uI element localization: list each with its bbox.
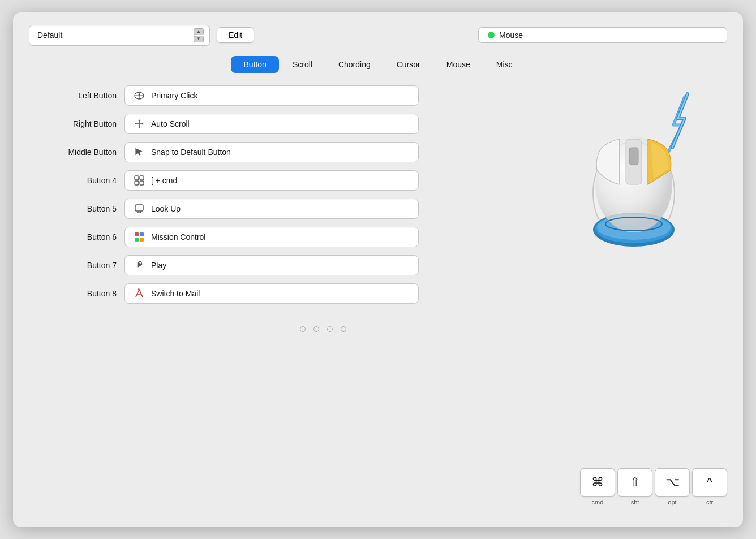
button4-label: Button 4: [29, 176, 117, 185]
table-row: Button 7 Play: [29, 255, 529, 275]
svg-rect-13: [135, 181, 139, 185]
top-bar: Default ▲ ▼ Edit Mouse: [29, 25, 727, 46]
cmd-symbol: ⌘: [591, 475, 604, 490]
svg-line-24: [140, 261, 141, 262]
tab-button[interactable]: Button: [231, 56, 278, 73]
button5-text: Look Up: [151, 204, 181, 213]
right-panel: ⌘ cmd ⇧ sht ⌥ opt: [540, 85, 727, 511]
svg-rect-36: [629, 148, 638, 165]
middle-button-icon: [133, 146, 145, 158]
device-indicator: Mouse: [478, 27, 727, 43]
svg-rect-12: [140, 176, 144, 180]
left-button-field[interactable]: Primary Click: [124, 85, 419, 106]
svg-marker-9: [142, 123, 144, 124]
middle-button-text: Snap to Default Button: [151, 148, 231, 157]
button8-label: Button 8: [29, 289, 117, 298]
tab-chording[interactable]: Chording: [326, 56, 383, 73]
table-row: Button 5 Look Up: [29, 199, 529, 219]
stepper-down[interactable]: ▼: [194, 36, 204, 42]
shift-key-box[interactable]: ⇧: [617, 468, 652, 497]
content-area: Left Button Primary Click Right Bu: [29, 85, 727, 511]
cmd-label: cmd: [592, 499, 604, 506]
device-status-dot: [488, 32, 495, 38]
tab-scroll[interactable]: Scroll: [280, 56, 325, 73]
page-dot-2[interactable]: [313, 326, 319, 332]
page-dot-3[interactable]: [327, 326, 333, 332]
button7-icon: [133, 260, 145, 271]
svg-rect-22: [140, 238, 144, 242]
middle-button-field[interactable]: Snap to Default Button: [124, 142, 419, 162]
table-row: Button 4 [ + cmd: [29, 170, 529, 191]
mouse-illustration: [555, 85, 713, 255]
button7-field[interactable]: Play: [124, 255, 419, 275]
mod-key-cmd: ⌘ cmd: [580, 468, 615, 506]
edit-button[interactable]: Edit: [217, 27, 254, 43]
table-row: Right Button Auto Scroll: [29, 114, 529, 134]
button6-text: Mission Control: [151, 232, 205, 242]
opt-label: opt: [668, 499, 676, 506]
mod-key-shift: ⇧ sht: [617, 468, 652, 506]
table-row: Left Button Primary Click: [29, 85, 529, 106]
svg-point-3: [139, 93, 140, 95]
opt-key-box[interactable]: ⌥: [655, 468, 690, 497]
profile-selector[interactable]: Default ▲ ▼: [29, 25, 210, 46]
button7-label: Button 7: [29, 261, 117, 270]
left-button-text: Primary Click: [151, 91, 197, 100]
page-dot-1[interactable]: [300, 326, 306, 332]
table-row: Button 8 Switch to Mail: [29, 283, 529, 304]
tab-misc[interactable]: Misc: [484, 56, 525, 73]
right-button-icon: [133, 118, 145, 130]
table-row: Middle Button Snap to Default Button: [29, 142, 529, 162]
shift-symbol: ⇧: [630, 475, 640, 490]
mod-key-opt: ⌥ opt: [655, 468, 690, 506]
svg-line-23: [139, 261, 140, 262]
profile-stepper[interactable]: ▲ ▼: [194, 28, 204, 42]
svg-marker-8: [135, 123, 136, 124]
button7-text: Play: [151, 261, 166, 270]
button-list: Left Button Primary Click Right Bu: [29, 85, 540, 511]
right-button-label: Right Button: [29, 119, 117, 128]
svg-rect-14: [140, 181, 144, 185]
button6-field[interactable]: Mission Control: [124, 227, 419, 247]
right-button-text: Auto Scroll: [151, 119, 190, 128]
button4-icon: [133, 175, 145, 186]
shift-label: sht: [631, 499, 639, 506]
svg-rect-21: [135, 238, 139, 242]
button6-icon: [133, 231, 145, 243]
svg-rect-20: [140, 232, 144, 236]
button6-label: Button 6: [29, 232, 117, 242]
svg-rect-19: [135, 232, 139, 236]
svg-line-29: [138, 288, 139, 289]
svg-rect-11: [135, 176, 139, 180]
tab-cursor[interactable]: Cursor: [384, 56, 433, 73]
bottom-row: [29, 321, 529, 332]
button8-text: Switch to Mail: [151, 289, 200, 298]
device-name: Mouse: [499, 31, 523, 40]
button5-label: Button 5: [29, 204, 117, 213]
svg-marker-7: [139, 127, 140, 128]
main-window: Default ▲ ▼ Edit Mouse Button Scroll Cho…: [13, 12, 743, 527]
svg-marker-6: [139, 119, 140, 121]
middle-button-label: Middle Button: [29, 148, 117, 157]
mod-key-ctrl: ^ ctr: [692, 468, 727, 506]
right-button-field[interactable]: Auto Scroll: [124, 114, 419, 134]
svg-marker-10: [136, 149, 142, 155]
cmd-key-box[interactable]: ⌘: [580, 468, 615, 497]
button5-icon: [133, 203, 145, 214]
button5-field[interactable]: Look Up: [124, 199, 419, 219]
tab-bar: Button Scroll Chording Cursor Mouse Misc: [29, 56, 727, 73]
page-dot-4[interactable]: [341, 326, 346, 332]
stepper-up[interactable]: ▲: [194, 28, 204, 35]
tab-mouse[interactable]: Mouse: [434, 56, 483, 73]
button8-icon: [133, 288, 145, 299]
table-row: Button 6 Mission Control: [29, 227, 529, 247]
pagination-dots: [300, 326, 346, 332]
profile-name: Default: [37, 31, 62, 40]
button4-field[interactable]: [ + cmd: [124, 170, 419, 191]
svg-point-26: [141, 263, 143, 265]
ctrl-key-box[interactable]: ^: [692, 468, 727, 497]
left-button-label: Left Button: [29, 91, 117, 100]
left-button-icon: [133, 90, 145, 101]
button8-field[interactable]: Switch to Mail: [124, 283, 419, 304]
opt-symbol: ⌥: [665, 475, 680, 490]
